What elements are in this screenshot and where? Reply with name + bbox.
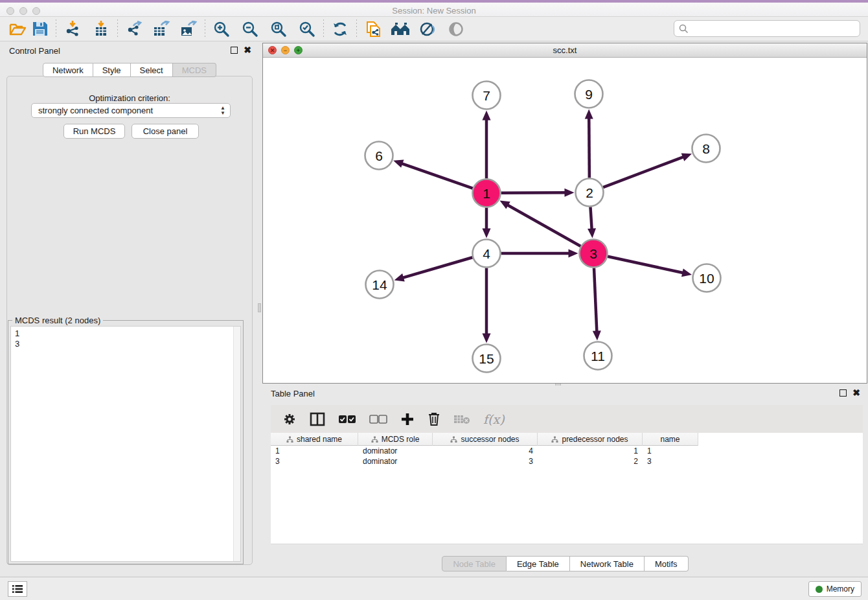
delete-column-icon[interactable] <box>428 410 440 428</box>
graph-node-label: 8 <box>702 141 710 156</box>
column-header-name[interactable]: name <box>643 433 698 446</box>
table-cell[interactable]: dominator <box>358 456 433 467</box>
tab-mcds[interactable]: MCDS <box>173 63 216 77</box>
toolbar-separator <box>117 19 118 39</box>
node-table[interactable]: shared nameMCDS rolesuccessor nodesprede… <box>271 433 863 544</box>
export-table-icon[interactable] <box>150 19 172 40</box>
zoom-selected-icon[interactable] <box>296 19 318 40</box>
memory-button[interactable]: Memory <box>808 581 862 597</box>
cyndex-home-icon[interactable] <box>389 19 411 40</box>
zoom-out-icon[interactable] <box>239 19 261 40</box>
table-cell[interactable]: 1 <box>538 446 643 456</box>
table-panel-title: Table Panel <box>271 389 315 398</box>
table-cell[interactable]: dominator <box>358 446 433 456</box>
clone-network-icon[interactable] <box>362 19 384 40</box>
column-header-label: shared name <box>297 435 342 444</box>
table-cell[interactable]: 2 <box>538 456 643 467</box>
tab-motifs[interactable]: Motifs <box>645 556 689 571</box>
graph-edge-2-3[interactable] <box>590 207 591 229</box>
clone-network-glyph <box>365 20 382 38</box>
mcds-result-text[interactable]: 13 <box>10 326 241 562</box>
table-row[interactable]: 3dominator323 <box>271 456 863 467</box>
scrollbar-track[interactable] <box>233 327 240 561</box>
graph-node-label: 11 <box>591 349 605 363</box>
clear-selection-icon[interactable] <box>369 410 387 428</box>
network-window-titlebar[interactable]: ✕ − + scc.txt <box>263 43 867 58</box>
tab-network-table[interactable]: Network Table <box>570 556 645 571</box>
graph-edge-3-11[interactable] <box>594 268 597 332</box>
tab-network[interactable]: Network <box>43 63 93 77</box>
network-window-title: scc.txt <box>263 45 867 55</box>
graph-edge-2-9[interactable] <box>589 117 589 178</box>
criterion-value: strongly connected component <box>38 106 153 115</box>
table-cell[interactable]: 3 <box>271 456 358 467</box>
tab-edge-table[interactable]: Edge Table <box>507 556 570 571</box>
graph-edge-4-14[interactable] <box>402 257 472 278</box>
search-icon <box>679 24 689 34</box>
import-table-icon[interactable] <box>90 19 112 40</box>
column-header-shared-name[interactable]: shared name <box>271 433 358 446</box>
column-header-predecessor-nodes[interactable]: predecessor nodes <box>538 433 643 446</box>
optimization-criterion-label: Optimization criterion: <box>3 93 257 103</box>
memory-label: Memory <box>827 584 854 594</box>
refresh-layout-icon[interactable] <box>329 19 351 40</box>
table-cell[interactable]: 3 <box>643 456 698 467</box>
table-row[interactable]: 1dominator411 <box>271 446 863 456</box>
window-title: Session: New Session <box>0 6 868 16</box>
graph-edge-3-1[interactable] <box>507 205 581 246</box>
tab-style[interactable]: Style <box>93 63 131 77</box>
column-header-successor-nodes[interactable]: successor nodes <box>433 433 538 446</box>
main-toolbar <box>0 17 868 41</box>
graph-edge-arrowhead <box>564 189 574 197</box>
zoom-fit-icon[interactable] <box>268 19 290 40</box>
criterion-select[interactable]: strongly connected component ▲▼ <box>31 103 231 118</box>
vertical-splitter[interactable] <box>257 43 262 577</box>
toolbar-separator <box>205 19 205 39</box>
table-cell[interactable]: 4 <box>433 446 538 456</box>
graph-node-label: 10 <box>699 271 714 286</box>
float-table-panel-icon[interactable] <box>839 389 847 397</box>
mcds-result-line: 3 <box>15 339 240 349</box>
export-network-icon[interactable] <box>123 19 145 40</box>
graphics-details-icon[interactable] <box>417 19 439 40</box>
network-graph[interactable]: 7968124314101511 <box>263 58 867 383</box>
graph-edge-1-2[interactable] <box>501 192 565 193</box>
column-header-MCDS-role[interactable]: MCDS role <box>358 433 433 446</box>
tab-node-table[interactable]: Node Table <box>442 556 507 571</box>
tab-select[interactable]: Select <box>131 63 173 77</box>
network-canvas[interactable]: 7968124314101511 <box>263 58 867 383</box>
mcds-result-line: 1 <box>15 329 240 339</box>
splitter-grip[interactable] <box>258 303 261 312</box>
zoom-in-icon[interactable] <box>211 19 233 40</box>
show-column-panel-icon[interactable] <box>310 410 325 428</box>
export-image-icon[interactable] <box>177 19 200 40</box>
app-titlebar: Session: New Session <box>0 0 868 17</box>
zoom-out-glyph <box>242 21 258 38</box>
table-cell[interactable]: 3 <box>433 456 538 467</box>
close-table-panel-icon[interactable]: ✖ <box>852 389 860 397</box>
graph-edge-3-10[interactable] <box>608 257 683 273</box>
graph-edge-2-8[interactable] <box>603 157 684 187</box>
search-field[interactable] <box>674 20 860 37</box>
import-network-icon[interactable] <box>62 19 84 40</box>
float-panel-icon[interactable] <box>231 47 238 54</box>
gear-glyph <box>282 412 297 426</box>
control-panel-header: Control Panel ✖ <box>3 43 257 60</box>
table-cell[interactable]: 1 <box>271 446 358 456</box>
table-cell[interactable]: 1 <box>643 446 698 456</box>
close-panel-icon[interactable]: ✖ <box>244 47 251 54</box>
graph-edge-1-6[interactable] <box>401 163 472 189</box>
save-session-icon[interactable] <box>29 19 51 40</box>
table-settings-icon[interactable] <box>282 410 297 428</box>
show-panels-button[interactable] <box>8 581 27 597</box>
run-mcds-button[interactable]: Run MCDS <box>63 124 125 139</box>
search-input[interactable] <box>689 22 860 35</box>
close-panel-button[interactable]: Close panel <box>131 124 199 139</box>
select-all-icon[interactable] <box>338 410 356 428</box>
toolbar-separator <box>356 19 357 39</box>
add-column-icon[interactable] <box>400 410 415 428</box>
folder-icon <box>9 21 27 38</box>
graph-node-label: 6 <box>375 148 383 163</box>
toggle-view-icon[interactable] <box>445 19 467 40</box>
open-file-icon[interactable] <box>6 19 29 40</box>
